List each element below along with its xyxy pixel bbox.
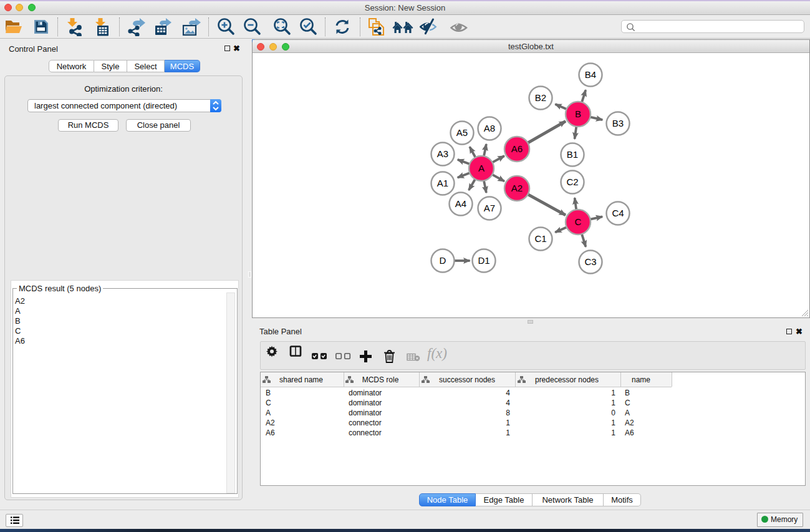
svg-text:name: name <box>632 375 650 384</box>
svg-text:connector: connector <box>349 428 382 437</box>
svg-text:A6: A6 <box>625 428 634 437</box>
svg-text:A3: A3 <box>437 148 448 159</box>
svg-text:C: C <box>575 216 582 227</box>
svg-text:A8: A8 <box>484 123 495 133</box>
svg-text:shared name: shared name <box>279 375 323 384</box>
svg-text:dominator: dominator <box>349 409 382 417</box>
svg-text:B2: B2 <box>535 92 546 103</box>
svg-text:connector: connector <box>349 418 382 427</box>
svg-text:dominator: dominator <box>349 389 382 397</box>
svg-text:C: C <box>266 399 271 407</box>
svg-text:A7: A7 <box>484 203 495 213</box>
svg-text:C4: C4 <box>612 208 624 218</box>
svg-text:B3: B3 <box>612 118 624 128</box>
svg-text:A4: A4 <box>455 198 466 209</box>
svg-text:A: A <box>478 163 485 173</box>
svg-text:0: 0 <box>611 409 615 417</box>
svg-text:1: 1 <box>611 399 615 407</box>
svg-text:1: 1 <box>506 418 510 427</box>
svg-text:predecessor nodes: predecessor nodes <box>535 375 599 384</box>
svg-text:4: 4 <box>506 399 510 407</box>
svg-text:C: C <box>625 399 630 407</box>
svg-text:A6: A6 <box>266 428 275 437</box>
svg-text:1: 1 <box>611 389 615 397</box>
svg-text:A2: A2 <box>511 183 523 193</box>
svg-text:D1: D1 <box>478 255 489 266</box>
svg-text:MCDS role: MCDS role <box>362 375 399 384</box>
svg-text:B: B <box>575 109 581 119</box>
svg-text:1: 1 <box>611 428 615 437</box>
svg-text:A2: A2 <box>266 418 275 427</box>
svg-text:dominator: dominator <box>349 399 382 407</box>
svg-text:A6: A6 <box>511 143 523 154</box>
svg-text:D: D <box>440 255 446 266</box>
svg-text:B4: B4 <box>585 69 596 80</box>
svg-text:B1: B1 <box>567 149 578 160</box>
svg-text:B: B <box>266 389 271 397</box>
svg-text:A: A <box>625 409 630 417</box>
svg-text:A5: A5 <box>456 127 468 138</box>
svg-text:successor nodes: successor nodes <box>439 375 495 384</box>
svg-text:C2: C2 <box>566 177 578 187</box>
svg-text:C3: C3 <box>584 256 596 267</box>
svg-text:4: 4 <box>506 389 510 397</box>
svg-text:A2: A2 <box>625 418 634 427</box>
svg-text:C1: C1 <box>534 233 546 244</box>
svg-text:1: 1 <box>506 428 510 437</box>
svg-text:1: 1 <box>611 418 615 427</box>
svg-text:A1: A1 <box>437 178 448 188</box>
svg-text:B: B <box>625 389 630 397</box>
svg-text:A: A <box>266 409 271 417</box>
svg-text:8: 8 <box>506 409 510 417</box>
